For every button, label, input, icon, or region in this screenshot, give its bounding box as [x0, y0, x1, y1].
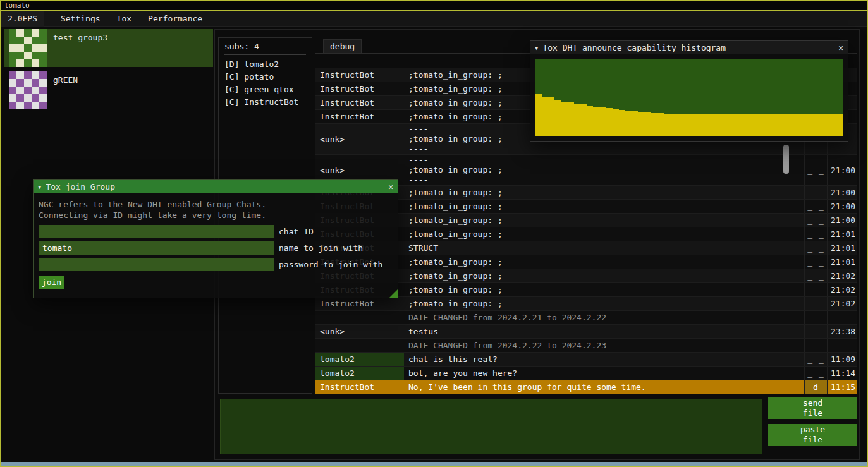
close-icon[interactable]: ✕ — [388, 182, 393, 191]
subs-list-item[interactable]: [C] InstructBot — [224, 96, 306, 109]
chat-id-label: chat ID — [279, 227, 314, 236]
join-password-input[interactable] — [39, 258, 274, 271]
group-list-item[interactable]: test_group3 — [4, 29, 213, 67]
timestamp: 21:01 — [827, 255, 857, 269]
close-icon[interactable]: ✕ — [838, 43, 843, 52]
menu-item-settings[interactable]: Settings — [52, 11, 109, 27]
sender-name: InstructBot — [315, 96, 404, 109]
chat-scrollbar[interactable] — [783, 145, 789, 174]
tab-debug[interactable]: debug — [323, 39, 362, 53]
receipt-marks: _ _ — [804, 200, 827, 213]
message-text: ---- ;tomato_in_group: ; ---- — [404, 155, 804, 185]
message-text: ;tomato_in_group: ; — [404, 200, 804, 213]
subs-list-item[interactable]: [C] green_qtox — [224, 83, 306, 96]
join-password-label: password to join with — [279, 260, 382, 269]
message-row[interactable]: tomato2bot, are you new here?_ _11:14 — [315, 366, 857, 380]
histogram-bar — [554, 100, 561, 136]
join-description-line-2: Connecting via ID might take a very long… — [39, 210, 393, 221]
message-row[interactable]: InstructBot;tomato_in_group: ;_ _21:02 — [315, 296, 857, 310]
message-row[interactable]: <unk>testus_ _23:38 — [315, 324, 857, 338]
histogram-bar — [785, 114, 792, 136]
receipt-marks: _ _ — [804, 255, 827, 269]
message-row[interactable]: tomato2chat is this real?_ _11:09 — [315, 352, 857, 366]
histogram-bar — [664, 114, 670, 136]
histogram-bar — [599, 107, 606, 136]
receipt-marks: _ _ — [804, 214, 827, 227]
message-text: ;tomato_in_group: ; — [404, 255, 804, 269]
histogram-bar — [535, 94, 542, 136]
sender-name: InstructBot — [315, 380, 404, 394]
sender-name: InstructBot — [315, 82, 404, 95]
menu-item-tox[interactable]: Tox — [109, 11, 140, 27]
group-list: test_group3gREEN — [4, 29, 213, 114]
sender-name: InstructBot — [315, 110, 404, 123]
timestamp — [827, 311, 857, 324]
timestamp — [827, 339, 857, 352]
receipt-marks: _ _ — [804, 367, 827, 380]
timestamp: 21:02 — [827, 283, 857, 296]
receipt-marks: _ _ — [804, 353, 827, 366]
system-row[interactable]: DATE CHANGED from 2024.2.21 to 2024.2.22 — [315, 310, 857, 324]
histogram-bar — [670, 114, 676, 136]
message-text: ;tomato_in_group: ; — [404, 214, 804, 227]
receipt-marks — [804, 311, 827, 324]
group-list-item[interactable]: gREEN — [4, 71, 213, 109]
histogram-bar — [613, 109, 619, 136]
histogram-bar — [836, 114, 843, 136]
histogram-bar — [734, 114, 740, 136]
histogram-window-titlebar[interactable]: ▼ Tox DHT announce capability histogram … — [530, 41, 848, 54]
send-file-button[interactable]: send file — [768, 397, 857, 419]
histogram-bar — [728, 114, 734, 136]
histogram-bar — [798, 114, 804, 136]
message-text: ;tomato_in_group: ; — [404, 283, 804, 296]
join-password-row: password to join with — [39, 258, 393, 271]
receipt-marks: _ _ — [804, 186, 827, 199]
histogram-bar — [817, 114, 824, 136]
join-button[interactable]: join — [39, 276, 64, 289]
bottom-strip — [1, 462, 867, 466]
subs-list: [D] tomato2[C] potato[C] green_qtox[C] I… — [224, 58, 306, 109]
timestamp: 11:09 — [827, 353, 857, 366]
message-row[interactable]: InstructBotNo, I've been in this group f… — [315, 380, 857, 394]
window-titlebar[interactable]: tomato — [1, 1, 867, 11]
histogram-bar — [542, 97, 548, 136]
resize-grip-icon[interactable] — [389, 289, 398, 298]
menu-item-performance[interactable]: Performance — [140, 11, 211, 27]
timestamp: 21:00 — [827, 200, 857, 213]
histogram-bar — [747, 114, 753, 136]
histogram-bar — [773, 114, 779, 136]
timestamp: 11:15 — [827, 380, 857, 394]
receipt-marks: _ _ — [804, 269, 827, 282]
chat-id-input[interactable] — [39, 225, 274, 238]
message-text: testus — [404, 325, 804, 338]
chat-id-row: chat ID — [39, 225, 393, 238]
histogram-bar — [740, 114, 747, 136]
timestamp: 21:02 — [827, 297, 857, 310]
sender-name — [315, 339, 404, 352]
histogram-bar — [715, 114, 721, 136]
subs-list-item[interactable]: [D] tomato2 — [224, 58, 306, 71]
histogram-bar — [721, 114, 728, 136]
histogram-bar — [561, 102, 568, 136]
collapse-arrow-icon[interactable]: ▼ — [38, 184, 41, 190]
sender-name: <unk> — [315, 124, 404, 154]
message-input[interactable] — [220, 399, 762, 454]
collapse-arrow-icon[interactable]: ▼ — [535, 45, 538, 51]
timestamp: 21:00 — [827, 186, 857, 199]
histogram-bar — [779, 114, 785, 136]
histogram-bar — [587, 106, 593, 136]
paste-file-button[interactable]: paste file — [768, 424, 857, 446]
histogram-bar — [548, 97, 554, 136]
histogram-bar — [792, 114, 798, 136]
subs-header: subs: 4 — [224, 42, 306, 55]
join-name-input[interactable] — [39, 241, 274, 255]
histogram-bar — [702, 114, 708, 136]
join-window-titlebar[interactable]: ▼ Tox join Group ✕ — [34, 180, 398, 193]
system-row[interactable]: DATE CHANGED from 2024.2.22 to 2024.2.23 — [315, 338, 857, 352]
message-text: chat is this real? — [404, 353, 804, 366]
timestamp: 21:00 — [827, 155, 857, 185]
histogram-bar — [689, 114, 695, 136]
receipt-marks — [804, 339, 827, 352]
subs-list-item[interactable]: [C] potato — [224, 71, 306, 83]
histogram-bar — [625, 111, 632, 136]
